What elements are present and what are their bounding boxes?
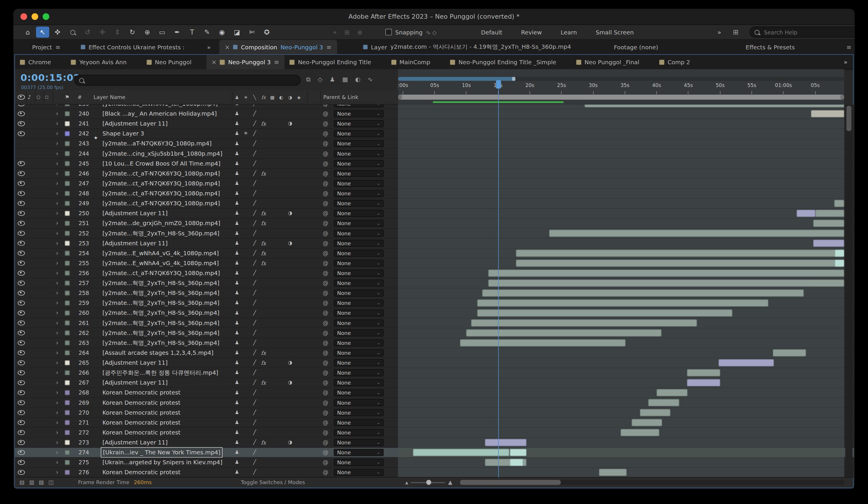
quality-switch[interactable]: ╱ [251, 248, 259, 258]
parent-pickwhip-icon[interactable]: @ [323, 119, 328, 128]
selection-tool-icon[interactable]: ↖ [36, 27, 49, 38]
layer-label-swatch[interactable] [65, 448, 70, 457]
layer-expand-chevron[interactable]: › [56, 139, 58, 148]
adjustment-switch[interactable]: ◑ [286, 239, 294, 248]
snap-to-feature-icon[interactable]: ∿ [426, 29, 431, 35]
quality-switch[interactable]: ╱ [251, 388, 259, 398]
pan-behind-tool-icon[interactable]: ⊕ [141, 27, 154, 38]
expand-inout-pane-icon[interactable]: ▧ [39, 479, 44, 485]
quality-switch[interactable]: ╱ [251, 398, 259, 407]
parent-link-dropdown[interactable]: None⌄ [334, 379, 384, 386]
shy-switch[interactable]: ♟ [233, 388, 241, 398]
layer-visibility-toggle[interactable] [18, 129, 25, 138]
quality-switch[interactable]: ╱ [251, 438, 259, 447]
parent-pickwhip-icon[interactable]: @ [323, 139, 328, 148]
effects-switch[interactable]: fx [260, 358, 268, 367]
parent-pickwhip-icon[interactable]: @ [323, 278, 328, 288]
layer-name[interactable]: [y2mate...E_wNhA4_vG_4k_1080p.mp4] [103, 248, 219, 258]
adjustment-switch[interactable]: ◑ [286, 358, 294, 367]
effects-switch[interactable]: fx [260, 248, 268, 258]
quality-switch[interactable]: ╱ [251, 159, 259, 168]
shy-switch[interactable]: ♟ [233, 258, 241, 268]
layer-name[interactable]: [y2mate...ct_aT-N7QK6Y3Q_1080p.mp4] [103, 169, 220, 178]
quality-switch[interactable]: ╱ [251, 189, 259, 198]
layer-track[interactable] [398, 378, 844, 388]
layer-row[interactable]: ›247[y2mate...ct_aT-N7QK6Y3Q_1080p.mp4]♟… [15, 179, 854, 189]
parent-pickwhip-icon[interactable]: @ [323, 209, 328, 218]
layer-name[interactable]: [Ukrain...iev _ The New York Times.mp4] [101, 448, 222, 457]
mask-rectangle-tool-icon[interactable]: ▭ [156, 27, 169, 38]
layer-visibility-toggle[interactable] [18, 248, 25, 258]
layer-name[interactable]: [Adjustment Layer 11] [103, 209, 168, 218]
work-area-bar[interactable] [398, 95, 844, 100]
layer-visibility-toggle[interactable] [18, 239, 25, 248]
quality-switch[interactable]: ╱ [251, 179, 259, 188]
parent-pickwhip-icon[interactable]: @ [323, 308, 328, 318]
parent-link-dropdown[interactable]: None⌄ [334, 150, 384, 157]
layer-row[interactable]: ›263[y2mate...혁명_2yxTn_H8-Ss_360p.mp4]♟╱… [15, 338, 854, 348]
layer-expand-chevron[interactable]: › [56, 398, 58, 407]
quality-switch[interactable]: ╱ [251, 239, 259, 248]
layer-track[interactable] [398, 268, 844, 278]
layer-label-swatch[interactable] [65, 248, 70, 258]
parent-link-dropdown[interactable]: None⌄ [334, 319, 384, 327]
layer-expand-chevron[interactable]: › [56, 119, 58, 128]
3d-column-icon[interactable]: ◈ [295, 90, 303, 104]
parent-pickwhip-icon[interactable]: @ [323, 298, 328, 308]
layer-label-swatch[interactable] [65, 368, 70, 377]
parent-pickwhip-icon[interactable]: @ [323, 368, 328, 377]
effects-switch[interactable]: fx [260, 378, 268, 388]
world-axis-mode-icon[interactable]: ⊞ [344, 29, 349, 36]
layer-expand-chevron[interactable]: › [56, 418, 58, 427]
parent-link-dropdown[interactable]: None⌄ [334, 449, 384, 456]
toggle-switches-modes-button[interactable]: Toggle Switches / Modes [241, 479, 305, 485]
effects-switch[interactable]: fx [260, 438, 268, 447]
horizontal-scrollbar[interactable] [460, 480, 844, 485]
layer-expand-chevron[interactable]: › [56, 159, 58, 168]
shy-switch[interactable]: ♟ [233, 209, 241, 218]
layer-duration-bar[interactable] [599, 469, 627, 476]
adjustment-switch[interactable]: ◑ [286, 438, 294, 447]
layer-row[interactable]: ›257[y2mate...혁명_2yxTn_H8-Ss_360p.mp4]♟╱… [15, 278, 854, 288]
parent-pickwhip-icon[interactable]: @ [323, 179, 328, 188]
effects-switch[interactable]: fx [260, 209, 268, 218]
layer-row[interactable]: ›248[y2mate...ct_aT-N7QK6Y3Q_1080p.mp4]♟… [15, 189, 854, 198]
layer-label-swatch[interactable] [65, 239, 70, 248]
layer-track[interactable] [398, 458, 844, 468]
layer-label-swatch[interactable] [65, 318, 70, 328]
parent-link-dropdown[interactable]: None⌄ [334, 349, 384, 357]
layer-track[interactable] [398, 468, 844, 478]
shy-switch[interactable]: ♟ [233, 418, 241, 427]
layer-expand-chevron[interactable]: › [56, 104, 58, 108]
quality-switch[interactable]: ╱ [251, 308, 259, 318]
layer-track[interactable] [398, 308, 844, 318]
parent-link-dropdown[interactable]: None⌄ [334, 219, 384, 227]
layer-row[interactable]: ›243[y2mate...aT-N7QK6Y3Q_1080p.mp4]♟╱@N… [15, 139, 854, 149]
adjustment-switch[interactable]: ◑ [286, 209, 294, 218]
layer-name[interactable]: [Adjustment Layer 11] [103, 239, 168, 248]
parent-link-dropdown[interactable]: None⌄ [334, 260, 384, 267]
composition-tab[interactable]: × Composition Neo-Punggol 3 ≡ [219, 40, 337, 54]
motion-blur-icon[interactable]: ◐ [355, 76, 360, 83]
layer-track[interactable] [398, 398, 844, 408]
layer-track[interactable] [398, 368, 844, 378]
quality-switch[interactable]: ╱ [251, 358, 259, 367]
layer-duration-bar[interactable] [488, 279, 844, 287]
layer-name[interactable]: Korean Democratic protest [103, 388, 180, 398]
quality-switch[interactable]: ╱ [251, 149, 259, 158]
comp-tab-comp-2[interactable]: Comp 2 [654, 55, 705, 69]
playhead[interactable] [498, 82, 499, 477]
layer-row[interactable]: ›272Korean Democratic protest♟╱@None⌄ [15, 428, 854, 438]
brush-tool-icon[interactable]: ✎ [200, 27, 214, 38]
layer-name[interactable]: [y2mate...aT-N7QK6Y3Q_1080p.mp4] [103, 139, 212, 148]
layer-name[interactable]: [y2mate...de_grxjGh_nmZ0_1080p.mp4] [103, 219, 220, 228]
minimize-button[interactable] [32, 13, 38, 20]
layer-track[interactable] [398, 328, 844, 338]
time-ruler[interactable]: :00s05s10s15s20s25s30s35s40s45s50s55s01:… [398, 69, 844, 104]
shy-switch[interactable]: ♟ [233, 109, 241, 118]
layer-visibility-toggle[interactable] [18, 358, 25, 367]
layer-name[interactable]: [y2mate...E_wNhA4_vG_4k_1080p.mp4] [103, 258, 219, 268]
layer-duration-bar[interactable] [813, 219, 844, 227]
layer-label-swatch[interactable] [65, 338, 70, 348]
layer-duration-bar[interactable] [719, 359, 774, 367]
